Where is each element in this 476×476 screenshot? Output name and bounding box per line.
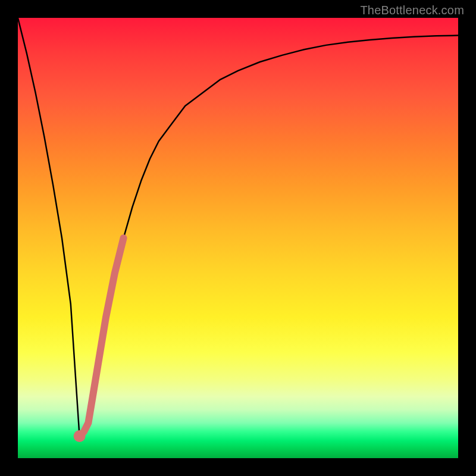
highlight-line: [80, 238, 124, 436]
chart-svg: [18, 18, 458, 458]
watermark-text: TheBottleneck.com: [360, 4, 464, 17]
plot-area: [18, 18, 458, 458]
highlight-segment: [74, 238, 124, 442]
chart-frame: { "watermark": "TheBottleneck.com", "col…: [0, 0, 476, 476]
curve-line: [18, 18, 458, 436]
bottleneck-curve: [18, 18, 458, 436]
highlight-endpoint: [74, 430, 86, 442]
